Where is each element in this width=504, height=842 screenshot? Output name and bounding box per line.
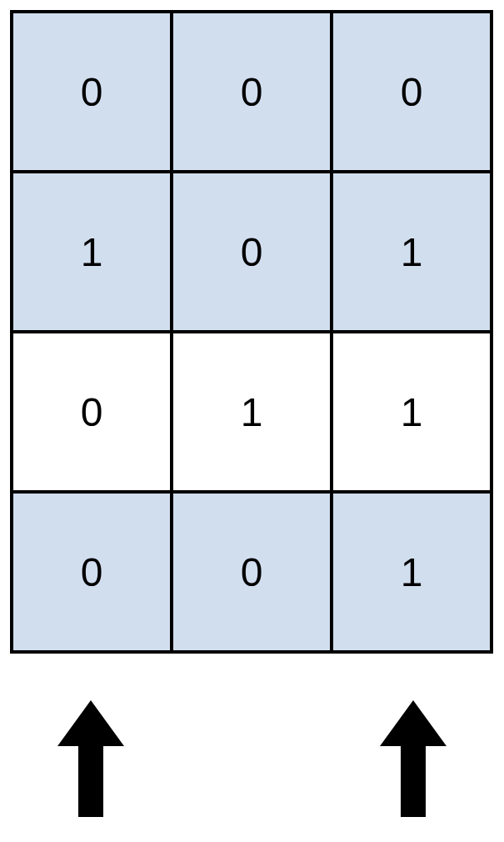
cell-2-1: 1 xyxy=(172,332,332,492)
cell-2-0: 0 xyxy=(12,332,172,492)
cell-0-0: 0 xyxy=(12,12,172,172)
cell-3-0: 0 xyxy=(12,492,172,652)
svg-marker-0 xyxy=(57,700,124,817)
binary-grid: 0 0 0 1 0 1 0 1 1 0 0 1 xyxy=(10,10,493,654)
arrow-slot-2 xyxy=(332,700,493,817)
cell-3-2: 1 xyxy=(332,492,492,652)
cell-1-0: 1 xyxy=(12,172,172,332)
cell-2-2: 1 xyxy=(332,332,492,492)
arrow-up-icon xyxy=(57,700,124,817)
cell-3-1: 0 xyxy=(172,492,332,652)
cell-0-1: 0 xyxy=(172,12,332,172)
svg-marker-1 xyxy=(380,700,447,817)
arrow-row xyxy=(10,684,493,834)
arrow-slot-0 xyxy=(10,700,171,817)
cell-0-2: 0 xyxy=(332,12,492,172)
cell-1-2: 1 xyxy=(332,172,492,332)
cell-1-1: 0 xyxy=(172,172,332,332)
arrow-up-icon xyxy=(380,700,447,817)
